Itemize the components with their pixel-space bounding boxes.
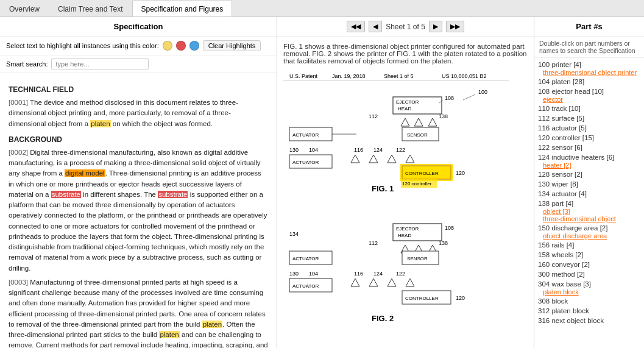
fig1-svg: U.S. Patent Jan. 19, 2018 Sheet 1 of 5 U… (283, 69, 509, 204)
color-blue[interactable] (189, 41, 199, 51)
part-num-150[interactable]: 150 discharge area [2] (538, 224, 607, 232)
svg-marker-14 (428, 118, 437, 126)
part-308: 308 block (538, 297, 640, 305)
svg-text:108: 108 (445, 225, 454, 231)
part-112: 112 surface [5] (538, 114, 640, 123)
part-138: 138 part [4] object [3] three-dimensiona… (538, 199, 640, 222)
part-num-134[interactable]: 134 actuator [4] (538, 190, 587, 197)
highlight-substrate-2: substrate (158, 191, 188, 198)
part-num-122[interactable]: 122 sensor [6] (538, 144, 582, 151)
part-link-138a[interactable]: object [3] (543, 208, 640, 215)
part-160: 160 conveyor [2] (538, 260, 640, 269)
svg-text:ACTUATOR: ACTUATOR (292, 283, 319, 289)
tab-bar: Overview Claim Tree and Text Specificati… (0, 0, 644, 17)
tab-spec-figures[interactable]: Specification and Figures (132, 1, 233, 16)
part-num-110[interactable]: 110 track [10] (538, 105, 581, 112)
part-link-150[interactable]: object discharge area (543, 232, 640, 240)
highlight-bar: Select text to highlight all instances u… (0, 37, 277, 55)
para-0003: [0003] Manufacturing of three-dimensiona… (9, 277, 268, 348)
part-120: 120 controller [15] (538, 133, 640, 142)
part-num-130[interactable]: 130 wiper [8] (538, 180, 578, 188)
sheet-label: Sheet 1 of 5 (386, 23, 425, 31)
svg-text:HEAD: HEAD (398, 106, 411, 112)
color-red[interactable] (176, 41, 186, 51)
section-technical-field: TECHNICAL FIELD (9, 84, 268, 95)
part-num-304[interactable]: 304 wax base [3] (538, 280, 591, 288)
svg-marker-62 (369, 279, 378, 286)
part-num-100[interactable]: 100 printer [4] (538, 61, 581, 68)
part-num-124[interactable]: 124 inductive heaters [6] (538, 154, 614, 161)
part-num-160[interactable]: 160 conveyor [2] (538, 261, 590, 268)
nav-forward-button[interactable]: ▶ (429, 21, 442, 32)
nav-prev-button[interactable]: ◀◀ (347, 21, 365, 32)
fig2-svg: EJECTOR HEAD 108 134 112 138 (283, 211, 509, 346)
svg-marker-61 (351, 279, 359, 286)
svg-text:116: 116 (354, 147, 363, 153)
para-num-2: [0002] (9, 149, 28, 156)
part-link-304[interactable]: platen block (543, 288, 640, 296)
smart-search-input[interactable] (51, 59, 149, 69)
svg-text:130: 130 (289, 147, 299, 153)
para-0001: [0001] The device and method disclosed i… (9, 98, 268, 129)
svg-text:ACTUATOR: ACTUATOR (292, 256, 319, 261)
part-num-108[interactable]: 108 ejector head [10] (538, 88, 604, 95)
part-312: 312 platen block (538, 307, 640, 315)
part-num-300[interactable]: 300 method [2] (538, 271, 585, 278)
part-link-138b[interactable]: three-dimensional object (543, 215, 640, 222)
svg-text:138: 138 (439, 240, 448, 246)
svg-text:Jan. 19, 2018: Jan. 19, 2018 (332, 73, 366, 79)
svg-text:EJECTOR: EJECTOR (396, 99, 419, 105)
part-122: 122 sensor [6] (538, 143, 640, 152)
svg-text:FIG. 1: FIG. 1 (372, 184, 394, 193)
svg-text:122: 122 (396, 271, 405, 277)
highlight-platen-3: platen (159, 331, 179, 338)
part-108: 108 ejector head [10] ejector (538, 87, 640, 103)
svg-text:120 controller: 120 controller (402, 181, 432, 186)
svg-text:SENSOR: SENSOR (407, 256, 428, 261)
svg-text:112: 112 (369, 113, 378, 119)
svg-text:Sheet 1 of 5: Sheet 1 of 5 (384, 73, 414, 79)
svg-marker-31 (387, 155, 396, 163)
part-num-308[interactable]: 308 block (538, 297, 568, 305)
part-num-138[interactable]: 138 part [4] (538, 200, 573, 207)
part-link-100[interactable]: three-dimensional object printer (543, 69, 640, 76)
part-link-108[interactable]: ejector (543, 96, 640, 103)
part-num-316[interactable]: 316 next object block (538, 317, 604, 324)
part-num-128[interactable]: 128 sensor [2] (538, 171, 582, 178)
smart-search-label: Smart search: (6, 60, 48, 68)
highlight-substrate: substrate (51, 191, 81, 198)
tab-claim-tree[interactable]: Claim Tree and Text (49, 1, 132, 16)
svg-marker-32 (406, 155, 414, 163)
svg-text:ACTUATOR: ACTUATOR (292, 132, 319, 138)
part-134: 134 actuator [4] (538, 190, 640, 198)
part-num-104[interactable]: 104 platen [28] (538, 78, 584, 85)
tab-overview[interactable]: Overview (0, 1, 49, 16)
svg-text:SENSOR: SENSOR (407, 132, 428, 138)
svg-text:ACTUATOR: ACTUATOR (292, 160, 319, 165)
part-num-156[interactable]: 156 rails [4] (538, 241, 574, 249)
para-num: [0001] (9, 99, 28, 106)
svg-text:130: 130 (289, 271, 299, 277)
part-link-124[interactable]: heater [2] (543, 162, 640, 169)
highlight-platen-2: platen (202, 321, 222, 328)
parts-hint: Double-click on part numbers or names to… (534, 37, 644, 58)
part-158: 158 wheels [2] (538, 250, 640, 259)
nav-next-button[interactable]: ▶▶ (446, 21, 464, 32)
spec-content: TECHNICAL FIELD [0001] The device and me… (0, 73, 277, 348)
svg-text:FIG. 2: FIG. 2 (372, 314, 394, 323)
svg-text:104: 104 (309, 271, 318, 277)
clear-highlights-button[interactable]: Clear Highlights (203, 40, 261, 51)
part-num-120[interactable]: 120 controller [15] (538, 134, 594, 141)
svg-text:108: 108 (445, 95, 454, 101)
part-num-312[interactable]: 312 platen block (538, 307, 589, 314)
spec-panel: Specification Select text to highlight a… (0, 17, 277, 348)
part-num-158[interactable]: 158 wheels [2] (538, 251, 583, 258)
para-0002: [0002] Digital three-dimensional manufac… (9, 147, 268, 274)
part-num-116[interactable]: 116 actuator [5] (538, 124, 587, 132)
part-124: 124 inductive heaters [6] heater [2] (538, 153, 640, 169)
part-num-112[interactable]: 112 surface [5] (538, 115, 584, 122)
fig-panel: ◀◀ ◀ Sheet 1 of 5 ▶ ▶▶ FIG. 1 shows a th… (277, 17, 534, 348)
para-num-3: [0003] (9, 279, 28, 286)
nav-back-button[interactable]: ◀ (369, 21, 382, 32)
color-yellow[interactable] (163, 41, 172, 51)
